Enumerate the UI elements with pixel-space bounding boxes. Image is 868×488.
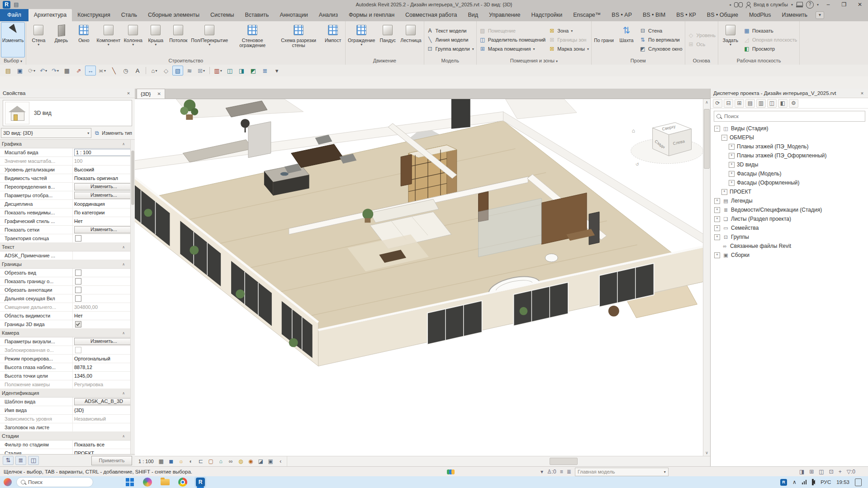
tab-precast[interactable]: Сборные элементы bbox=[142, 9, 205, 21]
detail-line-icon[interactable]: ╲ bbox=[109, 66, 119, 76]
ribbon-button-railing[interactable]: Ограждение bbox=[346, 22, 376, 57]
panel-label-workplane[interactable]: Рабочая плоскость bbox=[718, 57, 799, 65]
ribbon-button-curtain-wall[interactable]: Стеновое ограждение bbox=[229, 22, 275, 57]
tab-bs-bim[interactable]: BS • BIM bbox=[637, 9, 671, 21]
browser-expand-icon[interactable]: ⊞ bbox=[735, 99, 744, 108]
tab-collaborate[interactable]: Совместная работа bbox=[400, 9, 462, 21]
tab-modify[interactable]: Изменить bbox=[777, 9, 813, 21]
tree-expander-icon[interactable]: + bbox=[714, 198, 720, 204]
tab-enscape[interactable]: Enscape™ bbox=[568, 9, 606, 21]
prop-value[interactable]: 1345,00 bbox=[73, 372, 135, 380]
transfer-standards-icon[interactable]: ⇗ bbox=[73, 66, 84, 76]
prop-checkbox[interactable] bbox=[75, 270, 81, 276]
coordination-review-icon[interactable]: ◨ bbox=[236, 66, 247, 76]
properties-scrollbar[interactable] bbox=[130, 140, 135, 454]
tree-expander-icon[interactable]: + bbox=[729, 153, 735, 159]
search-icon[interactable] bbox=[734, 2, 743, 7]
tab-steel[interactable]: Сталь bbox=[116, 9, 142, 21]
ribbon-button[interactable]: ⊠Зона▾ bbox=[548, 27, 589, 35]
ribbon-button-ramp[interactable]: Пандус bbox=[376, 22, 399, 57]
crop-region-icon[interactable]: ▢ bbox=[207, 457, 215, 465]
prop-value[interactable]: По категории bbox=[73, 208, 135, 217]
ribbon-button[interactable]: ⊡Группа модели▾ bbox=[427, 45, 474, 53]
temporary-properties-icon[interactable]: ◪ bbox=[256, 457, 265, 465]
prop-value[interactable] bbox=[73, 423, 135, 431]
panel-label-datum[interactable]: Основа bbox=[685, 57, 718, 65]
tree-expander-icon[interactable]: + bbox=[729, 144, 735, 150]
browser-item-8[interactable]: +▤Легенды bbox=[711, 196, 868, 205]
tab-insert[interactable]: Вставить bbox=[239, 9, 274, 21]
revit-app-icon[interactable]: R bbox=[3, 1, 10, 9]
tree-expander-icon[interactable]: + bbox=[714, 225, 720, 231]
quick-access-icon[interactable]: ▤ bbox=[12, 1, 20, 8]
panel-label-opening[interactable]: Проем bbox=[592, 57, 685, 65]
taskbar-search[interactable]: Поиск bbox=[16, 477, 93, 487]
3d-model-rendering[interactable]: ⌂ ↺ Сверху Сзади Слева bbox=[135, 99, 703, 456]
hidden-icons-chevron[interactable]: ∧ bbox=[792, 479, 797, 485]
sun-path-icon[interactable]: ☼ bbox=[177, 457, 185, 465]
copy-monitor-icon[interactable]: ◫ bbox=[224, 66, 235, 76]
browser-collapse-icon[interactable]: ⊟ bbox=[724, 99, 733, 108]
speaker-icon[interactable] bbox=[812, 480, 815, 484]
constraints-icon[interactable]: ▣ bbox=[266, 457, 275, 465]
language-indicator[interactable]: РУС bbox=[821, 479, 831, 485]
close-button[interactable]: ✕ bbox=[854, 0, 866, 9]
tab-modplus[interactable]: ModPlus bbox=[744, 9, 777, 21]
close-inactive-icon[interactable]: ⊠▾ bbox=[196, 66, 207, 76]
prop-edit-button[interactable]: Изменить... bbox=[74, 183, 133, 190]
browser-item-7[interactable]: +ПРОЕКТ bbox=[711, 187, 868, 196]
drag-on-selection-icon[interactable]: + bbox=[839, 469, 842, 475]
browser-item-14[interactable]: +▣Сборки bbox=[711, 251, 868, 260]
sync-center-icon[interactable] bbox=[448, 469, 455, 474]
print-icon[interactable]: ▦ bbox=[62, 66, 72, 76]
prop-value[interactable]: Ортогональный bbox=[73, 355, 135, 363]
text-icon[interactable]: A bbox=[132, 66, 143, 76]
prop-checkbox[interactable] bbox=[75, 321, 81, 327]
horizontal-scroll-thumb[interactable] bbox=[550, 458, 578, 465]
tab-annotate[interactable]: Аннотации bbox=[274, 9, 313, 21]
section-collapse-icon[interactable]: ∧ bbox=[122, 331, 125, 335]
ribbon-button-stair[interactable]: Лестница bbox=[399, 22, 422, 57]
ribbon-button[interactable]: ⊞Марка помещения▾ bbox=[479, 45, 546, 53]
store-cart-icon[interactable] bbox=[796, 2, 803, 7]
editing-requests-icon[interactable]: ♙:0 bbox=[547, 469, 556, 475]
prop-value[interactable]: Высокий bbox=[73, 166, 135, 174]
minimize-button[interactable]: – bbox=[822, 0, 835, 9]
default-3d-view-icon[interactable]: ⌂▾ bbox=[149, 66, 160, 76]
tab-bs-kp[interactable]: BS • КР bbox=[671, 9, 702, 21]
browser-settings-icon[interactable]: ⚙ bbox=[789, 99, 798, 108]
prop-checkbox[interactable] bbox=[75, 278, 81, 284]
tree-expander-icon[interactable]: + bbox=[729, 162, 735, 168]
ribbon-button[interactable]: ◫Разделитель помещений bbox=[479, 36, 546, 44]
tab-structure[interactable]: Конструкция bbox=[72, 9, 116, 21]
tab-massing[interactable]: Формы и генплан bbox=[343, 9, 400, 21]
open-icon[interactable]: ▤ bbox=[3, 66, 14, 76]
paint-app-icon[interactable] bbox=[142, 477, 153, 488]
apply-button[interactable]: Применить bbox=[91, 456, 132, 465]
horizontal-scrollbar[interactable] bbox=[287, 456, 710, 466]
viewbar-collapse-icon[interactable]: ‹ bbox=[276, 457, 285, 465]
tab-addins[interactable]: Надстройки bbox=[526, 9, 568, 21]
section-header[interactable]: Графика∧ bbox=[0, 140, 135, 148]
tab-bs-ap[interactable]: BS • АР bbox=[606, 9, 637, 21]
start-button[interactable] bbox=[124, 477, 136, 488]
prop-edit-button[interactable]: ADSK_AC_B_3D bbox=[74, 398, 133, 405]
browser-item-0[interactable]: −◫Виды (Стадия) bbox=[711, 124, 868, 133]
browser-item-1[interactable]: −ОБМЕРЫ bbox=[711, 133, 868, 142]
collapse-left-icon[interactable]: ◂ bbox=[729, 3, 731, 7]
render-icon[interactable]: ◇ bbox=[161, 66, 171, 76]
prop-edit-button[interactable]: Изменить... bbox=[74, 226, 133, 233]
ribbon-collapse-icon[interactable]: ▾ bbox=[816, 11, 824, 19]
tree-expander-icon[interactable]: + bbox=[714, 252, 720, 258]
ribbon-button[interactable]: ◩Слуховое окно bbox=[639, 45, 683, 53]
sign-in-dropdown-icon[interactable]: ▾ bbox=[791, 3, 793, 7]
shadows-icon[interactable]: ◐ bbox=[187, 457, 195, 465]
ribbon-button-shaft[interactable]: Шахта bbox=[615, 22, 638, 57]
prop-checkbox[interactable] bbox=[75, 295, 81, 302]
ribbon-button-curtain-grid[interactable]: Схема разрезки стены bbox=[275, 22, 322, 57]
properties-footer-icon-2[interactable]: ◫ bbox=[28, 456, 39, 465]
prop-edit-button[interactable]: Изменить... bbox=[74, 338, 133, 345]
tab-file[interactable]: Файл bbox=[0, 9, 28, 21]
revit-tray-icon[interactable]: R bbox=[780, 479, 787, 486]
ribbon-button-ceiling[interactable]: Потолок bbox=[167, 22, 190, 57]
